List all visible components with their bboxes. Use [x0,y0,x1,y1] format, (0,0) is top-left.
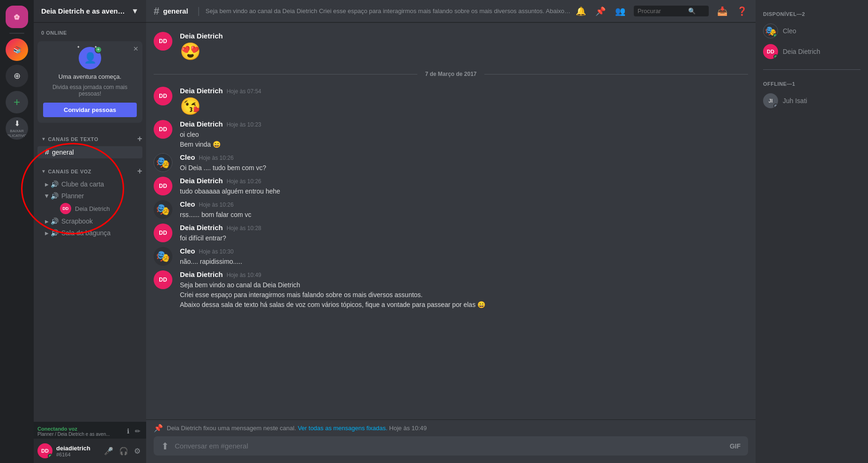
message-text-2: Bem vinda 😄 [180,140,748,149]
voice-channel-planner[interactable]: ▶ 🔊 Planner [37,190,142,202]
message-content: Cleo Hoje às 10:26 rss...... bom falar c… [180,200,748,220]
message-avatar: DD [154,32,172,51]
message-header: Deia Dietrich Hoje às 10:26 [180,177,748,185]
message-group: 🎭 Cleo Hoje às 10:26 rss...... bom falar… [154,198,748,222]
user-panel: DD deiadietrich #6164 🎤 🎧 ⚙ [34,439,146,463]
message-author[interactable]: Cleo [180,247,195,255]
channels-list: 0 ONLINE ✕ 👤 + ✦ ✦ Uma aventura começa. … [34,22,146,422]
message-author[interactable]: Deia Dietrich [180,270,223,278]
pinned-message-bar: 📌 Deia Dietrich fixou uma mensagem neste… [146,419,756,436]
message-header: Cleo Hoje às 10:26 [180,200,748,208]
member-status-cleo [773,33,778,38]
hash-icon: # [45,148,49,157]
invite-card-title: Uma aventura começa. [43,73,137,80]
invite-card-close-button[interactable]: ✕ [133,45,139,52]
voice-settings-icon[interactable]: ℹ [125,426,131,437]
server-icon-active[interactable]: 🌸 [6,6,28,28]
message-input-area: ⬆ GIF [146,436,756,463]
search-input[interactable] [638,7,684,15]
messages-area: DD Deia Dietrich 😍 7 de Março de 2017 DD… [146,22,756,419]
message-author[interactable]: Deia Dietrich [180,87,223,95]
message-timestamp: Hoje às 10:26 [199,202,234,208]
members-list-button[interactable]: 👥 [614,5,626,17]
mute-microphone-button[interactable]: 🎤 [102,445,115,457]
voice-channel-user-deia[interactable]: DD Deia Dietrich [37,202,142,215]
download-app-button[interactable]: ⬇ BAIXAR APLICATIVOS [6,117,28,140]
voice-disconnect-icon[interactable]: ✏ [133,426,142,437]
pinned-bar-author: Deia Dietrich fixou uma mensagem neste c… [167,425,296,432]
member-item-juh[interactable]: JI Juh Isati [759,90,864,111]
server-icon-1[interactable]: 📚 [6,38,28,61]
message-content: Deia Dietrich Hoje às 10:49 Seja bem vin… [180,270,748,310]
message-author[interactable]: Deia Dietrich [180,120,223,128]
message-text: tudo obaaaaa alguém entrou hehe [180,187,748,196]
server-icon-initials[interactable]: ⊕ [6,65,28,87]
message-content: Deia Dietrich Hoje às 07:54 😘 [180,87,748,116]
message-timestamp: Hoje às 10:49 [227,272,261,278]
text-channels-header[interactable]: ▼ CANAIS DE TEXTO + [34,127,146,146]
message-header: Cleo Hoje às 10:26 [180,153,748,161]
voice-channels-header[interactable]: ▼ CANAIS DE VOZ + [34,159,146,178]
voice-channel-scrapbook[interactable]: ▶ 🔊 Scrapbook [37,216,142,227]
server-name: Deia Dietrich e as avent... [41,7,126,15]
member-name-juh: Juh Isati [783,97,807,105]
pinned-bar-link[interactable]: Ver todas as mensagens fixadas. [298,425,388,432]
voice-channel-clube-da-carta[interactable]: ▶ 🔊 Clube da carta [37,179,142,190]
message-timestamp: Hoje às 10:26 [199,155,234,161]
speaker-icon-planner: 🔊 [51,192,59,200]
message-author[interactable]: Cleo [180,153,195,161]
pin-messages-button[interactable]: 📌 [594,5,607,17]
channel-hash-icon: # [154,5,159,17]
pinned-bar-timestamp: Hoje às 10:49 [389,425,427,432]
voice-channels-label: CANAIS DE VOZ [48,169,91,174]
message-author[interactable]: Deia Dietrich [180,32,223,40]
user-settings-button[interactable]: ⚙ [132,445,142,457]
voice-channel-chevron-icon: ▶ [45,182,49,187]
voice-channel-planner-chevron-icon: ▶ [45,194,50,198]
add-text-channel-button[interactable]: + [137,134,142,144]
channel-item-general[interactable]: # general ⬆ ⚙ [37,146,142,158]
message-content: Cleo Hoje às 10:30 não.... rapidissimo..… [180,247,748,267]
message-content: Cleo Hoje às 10:26 Oi Deia .... tudo bem… [180,153,748,173]
invite-people-button[interactable]: Convidar pessoas [43,103,137,117]
available-members-header: DISPONÍVEL—2 [759,7,864,19]
message-group: DD Deia Dietrich Hoje às 10:26 tudo obaa… [154,175,748,198]
server-separator [9,33,24,34]
message-text-line1: Seja bem vindo ao canal da Deia Dietrich [180,280,748,290]
text-channels-label: CANAIS DE TEXTO [48,136,98,142]
add-voice-channel-button[interactable]: + [137,166,142,176]
message-author[interactable]: Deia Dietrich [180,177,223,185]
gif-button[interactable]: GIF [730,439,741,454]
message-input[interactable] [175,436,724,456]
chat-header-actions: 🔔 📌 👥 🔍 📥 ❓ [575,5,748,17]
channel-name-general: general [52,149,139,156]
members-sidebar: DISPONÍVEL—2 🎭 Cleo DD Deia Dietrich OFF… [756,0,868,463]
inbox-button[interactable]: 📥 [716,5,728,17]
voice-channels-chevron-icon: ▼ [41,169,46,174]
message-author[interactable]: Cleo [180,200,195,208]
message-avatar: DD [154,87,172,105]
message-timestamp: Hoje às 07:54 [227,88,261,95]
server-header[interactable]: Deia Dietrich e as avent... ▼ [34,0,146,22]
member-avatar-deia: DD [763,44,778,59]
search-bar[interactable]: 🔍 [634,6,709,16]
notifications-button[interactable]: 🔔 [575,5,587,17]
message-group: DD Deia Dietrich Hoje às 10:49 Seja bem … [154,269,748,312]
deafen-button[interactable]: 🎧 [117,445,130,457]
member-item-cleo[interactable]: 🎭 Cleo [759,21,864,41]
chat-header: # general | Seja bem vindo ao canal da D… [146,0,756,22]
user-panel-avatar: DD [37,443,52,458]
date-divider: 7 de Março de 2017 [154,71,748,77]
upload-file-button[interactable]: ⬆ [161,437,169,456]
pinned-bar-text: Deia Dietrich fixou uma mensagem neste c… [167,425,427,432]
main-content: # general | Seja bem vindo ao canal da D… [146,0,756,463]
member-item-deia[interactable]: DD Deia Dietrich [759,41,864,62]
message-avatar: DD [154,224,172,242]
add-server-button[interactable]: + [6,91,28,113]
voice-channel-name-scrapbook: Scrapbook [61,217,139,225]
help-button[interactable]: ❓ [736,5,748,17]
message-content: Deia Dietrich 😍 [180,32,748,61]
member-status-juh [773,104,778,108]
voice-channel-sala-da-bagunca[interactable]: ▶ 🔊 Sala da bagunça [37,227,142,239]
message-author[interactable]: Deia Dietrich [180,224,223,232]
